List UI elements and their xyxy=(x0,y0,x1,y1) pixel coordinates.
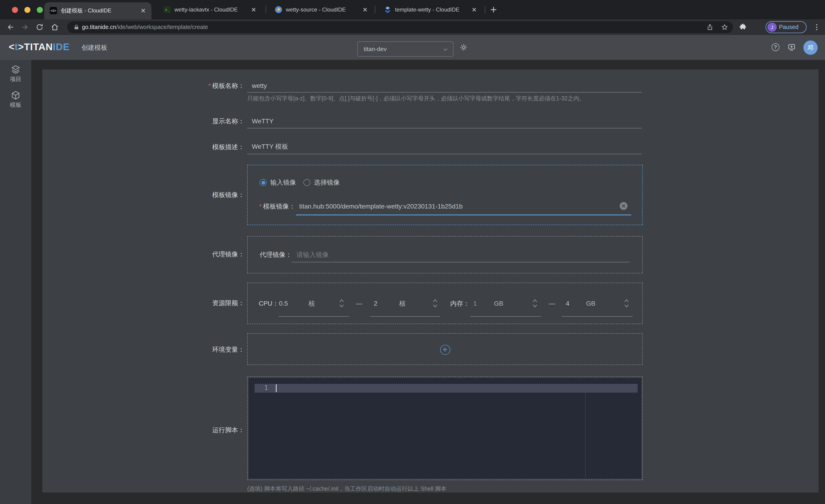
sidebar-item-templates[interactable]: 模板 xyxy=(0,90,31,109)
radio-input-image[interactable] xyxy=(260,179,267,186)
tab-template-wetty[interactable]: template-wetty - CloudIDE xyxy=(378,0,482,19)
range-dash: — xyxy=(549,299,555,308)
tab-title: wetty-source - CloudIDE xyxy=(286,0,346,19)
page-title: 创建模板 xyxy=(81,44,107,52)
env-vars-label: 环境变量： xyxy=(155,345,244,353)
extensions-puzzle-icon[interactable] xyxy=(739,23,747,31)
template-image-input[interactable] xyxy=(299,202,617,211)
tab-title: template-wetty - CloudIDE xyxy=(395,0,459,19)
workspace-select[interactable]: titan-dev xyxy=(357,41,453,57)
editor-ruler xyxy=(585,393,586,477)
radio-select-image[interactable] xyxy=(303,179,310,186)
clear-input-icon[interactable] xyxy=(620,202,627,210)
tab-divider xyxy=(485,6,485,13)
reload-icon[interactable] xyxy=(35,23,44,31)
env-vars-group xyxy=(247,333,643,365)
tab-divider xyxy=(266,6,266,13)
browser-tab-bar: <t> 创建模板 - CloudIDE >_ wetty-lackavtx - … xyxy=(0,0,825,19)
cpu-max-input[interactable] xyxy=(374,299,397,308)
tab-close-icon[interactable] xyxy=(470,6,478,13)
memory-min-input[interactable] xyxy=(473,299,492,308)
user-avatar[interactable]: 邓 xyxy=(803,40,818,55)
chevron-down-icon xyxy=(442,47,448,53)
stack-favicon xyxy=(384,6,391,13)
resources-label: 资源限额： xyxy=(155,299,244,307)
url-path: /ide/web/workspace/template/create xyxy=(116,24,208,30)
sidebar-item-projects[interactable]: 项目 xyxy=(0,65,31,83)
template-image-inner-label: *模板镜像： xyxy=(259,202,295,211)
create-template-form: *模板名称： 只能包含小写字母[a-z]、数字[0-9]、点[.]与破折号[-]… xyxy=(42,70,819,493)
share-icon[interactable] xyxy=(706,23,714,31)
tab-title: wetty-lackavtx - CloudIDE xyxy=(174,0,238,19)
run-script-label: 运行脚本： xyxy=(155,426,244,434)
cpu-max-stepper[interactable] xyxy=(432,298,439,309)
browser-toolbar: go.titanide.cn/ide/web/workspace/templat… xyxy=(0,19,825,35)
cpu-min-unit: 核 xyxy=(308,299,315,308)
back-icon[interactable] xyxy=(6,23,15,31)
display-name-input[interactable] xyxy=(252,117,574,125)
tab-close-icon[interactable] xyxy=(250,6,257,13)
editor-cursor xyxy=(276,384,277,392)
editor-line-number: 1 xyxy=(260,384,272,391)
cpu-min-stepper[interactable] xyxy=(339,298,345,309)
window-zoom-button[interactable] xyxy=(37,7,43,13)
browser-profile-badge[interactable]: J Paused xyxy=(766,21,807,33)
memory-label: 内存： xyxy=(450,299,469,308)
workspace-select-value: titan-dev xyxy=(364,42,387,56)
profile-status: Paused xyxy=(779,22,799,33)
layers-icon xyxy=(11,65,21,75)
input-underline xyxy=(247,92,642,92)
focused-underline xyxy=(296,215,631,216)
wetty-favicon xyxy=(275,6,282,13)
tab-divider xyxy=(375,6,375,13)
window-minimize-button[interactable] xyxy=(24,7,30,13)
template-image-label: 模板镜像： xyxy=(155,190,244,199)
console-settings-icon[interactable] xyxy=(787,43,796,52)
lock-icon xyxy=(73,24,80,30)
template-name-input[interactable] xyxy=(252,81,574,90)
forward-icon[interactable] xyxy=(21,23,29,31)
input-underline xyxy=(247,128,642,129)
browser-menu-dots-icon[interactable] xyxy=(813,23,821,31)
new-tab-button[interactable] xyxy=(490,6,497,13)
app-sidebar: 项目 模板 xyxy=(0,60,31,504)
add-env-var-button[interactable] xyxy=(440,345,450,355)
home-icon[interactable] xyxy=(51,23,59,31)
workspace-settings-gear-icon[interactable] xyxy=(459,43,468,52)
tab-create-template[interactable]: <t> 创建模板 - CloudIDE xyxy=(44,2,151,19)
memory-max-input[interactable] xyxy=(566,299,584,308)
sidebar-item-label: 模板 xyxy=(0,101,31,109)
bookmark-star-icon[interactable] xyxy=(721,23,728,31)
memory-min-stepper[interactable] xyxy=(532,298,539,309)
input-underline xyxy=(291,262,630,262)
url-domain: go.titanide.cn xyxy=(82,24,116,30)
input-underline xyxy=(370,316,440,317)
proxy-image-inner-label: 代理镜像： xyxy=(260,250,292,259)
window-close-button[interactable] xyxy=(12,7,18,13)
radio-input-image-label: 输入镜像 xyxy=(270,178,296,186)
range-dash: — xyxy=(356,299,362,308)
memory-max-unit: GB xyxy=(586,299,595,308)
memory-max-stepper[interactable] xyxy=(624,298,630,309)
template-desc-input[interactable] xyxy=(252,143,574,151)
sidebar-item-label: 项目 xyxy=(0,76,31,83)
cpu-min-input[interactable] xyxy=(279,299,304,308)
help-icon[interactable]: ? xyxy=(771,43,779,51)
tab-wetty-lackavtx[interactable]: >_ wetty-lackavtx - CloudIDE xyxy=(158,0,262,19)
tab-close-icon[interactable] xyxy=(361,6,369,13)
titanide-logo[interactable]: <t>TITANIDE xyxy=(9,41,70,53)
radio-select-image-label: 选择镜像 xyxy=(314,178,340,186)
tab-wetty-source[interactable]: wetty-source - CloudIDE xyxy=(269,0,373,19)
proxy-image-input[interactable] xyxy=(297,250,600,259)
tab-close-icon[interactable] xyxy=(140,7,147,14)
tab-title: 创建模板 - CloudIDE xyxy=(61,2,111,19)
address-bar[interactable]: go.titanide.cn/ide/web/workspace/templat… xyxy=(67,21,733,33)
display-name-label: 显示名称： xyxy=(155,117,244,125)
titanide-favicon: <t> xyxy=(50,7,57,14)
profile-avatar: J xyxy=(767,22,777,32)
input-underline xyxy=(247,154,642,154)
screen: <t> 创建模板 - CloudIDE >_ wetty-lackavtx - … xyxy=(0,0,825,504)
template-desc-label: 模板描述： xyxy=(155,143,244,151)
script-editor[interactable]: 1 xyxy=(248,378,641,479)
resources-group: CPU： 核 — 核 内存： GB xyxy=(247,282,643,324)
